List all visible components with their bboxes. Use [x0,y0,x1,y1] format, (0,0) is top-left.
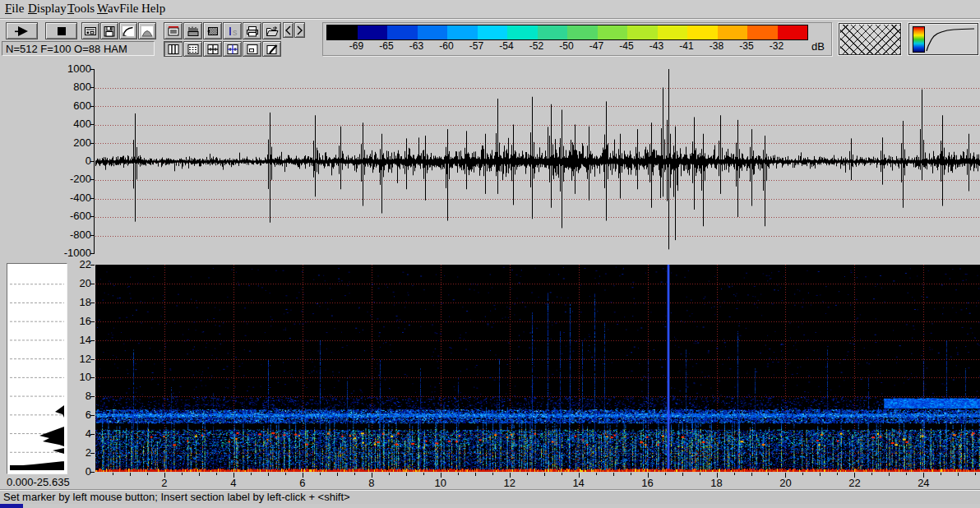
colorbar-tick-label: -47 [583,40,611,52]
spectrogram-y-label: 4 [63,429,91,439]
color-scale-segment [327,25,358,39]
stop-button[interactable] [45,22,77,39]
colorbar-tick-label: -52 [523,40,551,52]
spectrogram-y-label: 6 [63,410,91,420]
waveform-y-axis-line [94,69,95,254]
waveform-canvas[interactable] [95,69,980,254]
colorbar-tick-label: -65 [372,40,400,52]
print-icon [246,25,259,37]
spectrum-floor [10,465,64,470]
menu-help[interactable]: Help [139,0,168,18]
grid-inner-box-icon [246,44,259,55]
menu-file[interactable]: File [2,0,26,18]
edit-label-button[interactable] [262,41,281,57]
colorbar-tick-label: -45 [612,40,640,52]
color-scale-segment [778,25,808,39]
color-scale-segment [567,25,598,39]
spectrum-display-button[interactable] [183,22,202,39]
palette-gradient-icon [913,26,925,53]
spectrogram-x-label: 6 [290,477,315,489]
palette-curve-button[interactable] [908,23,978,55]
spectrogram-y-label: 22 [63,260,91,270]
waveform-y-label: -600 [63,211,91,221]
color-scale-segment [478,25,508,39]
time-range-label: 0.000-25.635 [7,476,70,488]
grid-columns-button[interactable] [164,41,183,57]
grid-rows-icon [187,44,200,55]
colorbar-tick-label: -50 [552,40,580,52]
color-scale-segment [538,25,568,39]
grid-inner-box-button[interactable] [243,41,261,57]
prev-button[interactable] [283,22,294,38]
color-scale-segment [718,25,748,39]
spectrogram-x-label: 10 [428,477,453,489]
dither-pattern-icon [206,25,220,37]
gain-curve-button[interactable] [119,22,137,39]
analysis-params-box: N=512 F=100 O=88 HAM [2,41,155,56]
colorbar-tick-label: -35 [733,40,760,52]
chevron-left-icon [284,25,292,35]
hatch-pattern-button[interactable] [839,23,901,55]
spectrogram-x-label: 14 [566,477,591,489]
spectrogram-y-label: 16 [63,316,91,326]
spectrogram-x-label: 20 [773,477,797,489]
save-icon [103,25,116,37]
color-scale-segment [598,25,628,39]
stop-icon [56,25,67,37]
edit-pencil-icon [266,44,279,55]
color-scale-segment [658,25,688,39]
spectrogram-x-label: 22 [842,477,867,489]
spectrogram-y-label: 18 [63,298,91,307]
spectrogram-x-label: 24 [911,477,936,489]
color-scale-segment [387,25,418,39]
menu-display[interactable]: Display [25,0,69,18]
waveform-y-label: -1000 [63,248,91,258]
grid-cross-blue-button[interactable] [223,41,242,57]
color-scale-segment [447,25,478,39]
db-color-scale: -69-65-63-60-57-54-52-50-47-45-43-41-38-… [322,22,832,56]
colorbar-tick-label: -63 [403,40,431,52]
open-file-icon [266,25,279,37]
colorbar-tick-label: -41 [673,40,700,52]
window-function-button[interactable] [138,22,156,39]
waveform-display-button[interactable] [164,22,183,39]
spectrogram-canvas[interactable] [95,265,980,472]
colorbar-tick-label: -32 [763,40,791,52]
waveform-y-label: 600 [63,101,91,111]
open-file-button[interactable] [262,22,281,39]
spectrogram-y-label: 10 [63,372,91,382]
grid-rows-button[interactable] [183,41,202,57]
waveform-y-label: 0 [63,156,91,166]
print-button[interactable] [243,22,261,39]
average-spectrum-panel [7,263,67,474]
spectrogram-y-label: 12 [63,354,91,364]
save-button[interactable] [100,22,118,39]
grid-cross-blue-icon [226,44,239,55]
menu-tools[interactable]: Tools [65,0,97,18]
svg-text:s: s [233,26,238,36]
color-scale-segment [507,25,538,39]
next-button[interactable] [294,22,305,38]
color-scale-segment [627,25,658,39]
color-scale-segment [418,25,448,39]
spectrogram-x-label: 12 [497,477,522,489]
menu-bar: File Display Tools WavFile Help [0,0,980,19]
spectrum-comb-icon [187,25,200,37]
chevron-right-icon [296,25,303,35]
waveform-y-label: -200 [63,174,91,184]
device-settings-button[interactable] [81,22,99,39]
spectrogram-x-label: 16 [636,477,660,489]
spectrogram-display-button[interactable] [203,22,222,39]
status-text: Set marker by left mouse button; Insert … [3,491,350,503]
play-button[interactable] [6,22,38,39]
status-bar: Set marker by left mouse button; Insert … [0,489,980,504]
pitch-s-icon: s [226,25,239,37]
pitch-display-button[interactable]: s [223,22,242,39]
grid-cross-button[interactable] [203,41,222,57]
taskbar-fragment [0,504,23,508]
spectrogram-y-label: 8 [63,391,91,401]
color-scale-segment [687,25,718,39]
spectrogram-y-label: 14 [63,335,91,345]
menu-wavfile[interactable]: WavFile [95,0,141,18]
grid-columns-icon [167,44,180,55]
